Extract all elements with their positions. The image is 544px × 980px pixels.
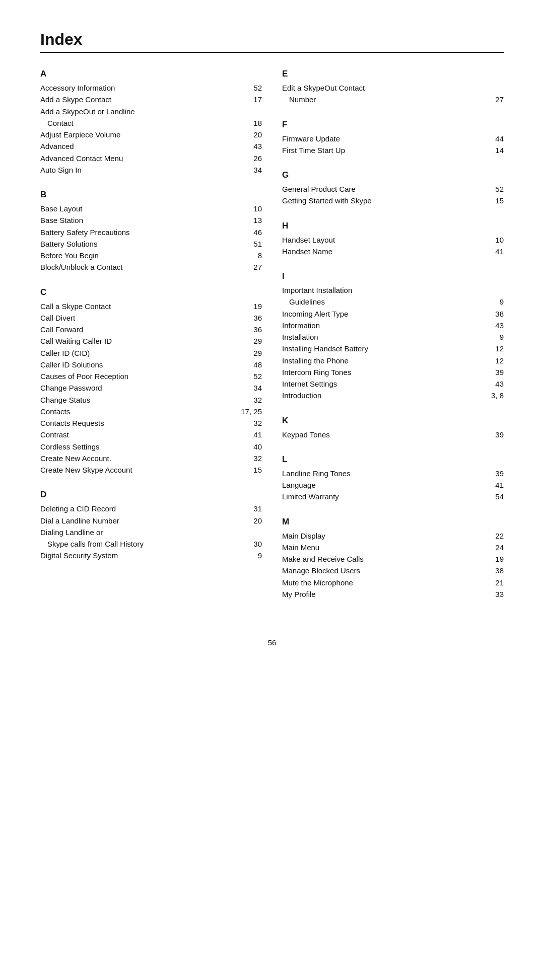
entry-label: Handset Layout xyxy=(282,234,486,246)
entry-page: 39 xyxy=(486,468,504,479)
entry-label: Limited Warranty xyxy=(282,491,486,502)
entry-label: Accessory Information xyxy=(40,82,244,94)
index-entry: Firmware Update44 xyxy=(282,133,504,144)
index-section-e: EEdit a SkypeOut ContactNumber27 xyxy=(282,69,504,106)
entry-page: 54 xyxy=(486,491,504,502)
index-entry: Before You Begin8 xyxy=(40,250,262,261)
entry-page: 43 xyxy=(486,378,504,390)
entry-label: Advanced Contact Menu xyxy=(40,153,244,164)
entry-page: 38 xyxy=(486,565,504,576)
entry-page: 12 xyxy=(486,343,504,354)
index-entry: Handset Name41 xyxy=(282,246,504,257)
section-letter-e: E xyxy=(282,69,504,79)
index-section-d: DDeleting a CID Record31Dial a Landline … xyxy=(40,490,262,561)
entry-page: 40 xyxy=(244,441,262,453)
entry-page: 21 xyxy=(486,577,504,588)
section-letter-h: H xyxy=(282,221,504,231)
index-entry: Introduction3, 8 xyxy=(282,390,504,401)
index-section-h: HHandset Layout10Handset Name41 xyxy=(282,221,504,258)
index-entry: Base Layout10 xyxy=(40,203,262,214)
entry-label: Main Menu xyxy=(282,542,486,553)
entry-label: Advanced xyxy=(40,140,244,152)
index-entry: Call a Skype Contact19 xyxy=(40,300,262,312)
index-entry: Edit a SkypeOut ContactNumber27 xyxy=(282,82,504,106)
index-entry: Advanced Contact Menu26 xyxy=(40,153,262,164)
entry-page: 34 xyxy=(244,382,262,394)
entry-page: 20 xyxy=(244,515,262,526)
index-entry: Dial a Landline Number20 xyxy=(40,515,262,526)
entry-page: 8 xyxy=(244,250,262,261)
index-section-f: FFirmware Update44First Time Start Up14 xyxy=(282,120,504,157)
index-content: AAccessory Information52Add a Skype Cont… xyxy=(40,69,504,614)
entry-label: Base Layout xyxy=(40,203,244,214)
index-entry: Keypad Tones39 xyxy=(282,429,504,440)
entry-page: 52 xyxy=(244,370,262,382)
entry-label: Installing the Phone xyxy=(282,355,486,366)
entry-label: Cordless Settings xyxy=(40,441,244,453)
entry-page: 41 xyxy=(244,429,262,440)
entry-page: 14 xyxy=(486,144,504,156)
index-entry: Main Display22 xyxy=(282,530,504,542)
entry-label: Battery Solutions xyxy=(40,238,244,250)
index-entry: Contacts17, 25 xyxy=(40,406,262,417)
entry-page: 20 xyxy=(244,129,262,140)
entry-page: 24 xyxy=(486,542,504,553)
entry-page: 52 xyxy=(244,82,262,94)
entry-label: My Profile xyxy=(282,588,486,600)
entry-page: 31 xyxy=(244,503,262,514)
entry-label: Language xyxy=(282,479,486,491)
entry-page: 48 xyxy=(244,359,262,370)
entry-label: Battery Safety Precautions xyxy=(40,227,244,238)
entry-page: 41 xyxy=(486,479,504,491)
entry-page: 29 xyxy=(244,347,262,359)
index-entry: Intercom Ring Tones39 xyxy=(282,366,504,378)
entry-label: Base Station xyxy=(40,214,244,226)
index-entry: Important InstallationGuidelines9 xyxy=(282,284,504,308)
index-entry-multiline: Add a SkypeOut or LandlineContact18 xyxy=(40,106,262,129)
entry-page: 41 xyxy=(486,246,504,257)
entry-page: 10 xyxy=(486,234,504,246)
entry-label: Keypad Tones xyxy=(282,429,486,440)
entry-label: Create New Skype Account xyxy=(40,464,244,476)
entry-label: Change Password xyxy=(40,382,244,394)
index-section-c: CCall a Skype Contact19Call Divert36Call… xyxy=(40,287,262,476)
entry-page: 43 xyxy=(486,320,504,331)
entry-page: 32 xyxy=(244,453,262,464)
entry-label: Add a Skype Contact xyxy=(40,94,244,105)
index-entry: Battery Solutions51 xyxy=(40,238,262,250)
entry-label: Digital Security System xyxy=(40,550,244,561)
index-entry: Cordless Settings40 xyxy=(40,441,262,453)
entry-page: 32 xyxy=(244,394,262,406)
index-entry: Internet Settings43 xyxy=(282,378,504,390)
index-entry: Base Station13 xyxy=(40,214,262,226)
index-entry: Accessory Information52 xyxy=(40,82,262,94)
entry-label: Manage Blocked Users xyxy=(282,565,486,576)
index-entry: Language41 xyxy=(282,479,504,491)
index-section-k: KKeypad Tones39 xyxy=(282,416,504,440)
entry-page: 27 xyxy=(244,261,262,273)
index-entry-multiline: Edit a SkypeOut ContactNumber27 xyxy=(282,82,504,106)
entry-page: 13 xyxy=(244,214,262,226)
entry-page: 43 xyxy=(244,140,262,152)
left-column: AAccessory Information52Add a Skype Cont… xyxy=(40,69,282,614)
index-entry: Incoming Alert Type38 xyxy=(282,308,504,320)
entry-page: 39 xyxy=(486,429,504,440)
entry-label: Handset Name xyxy=(282,246,486,257)
entry-label: First Time Start Up xyxy=(282,144,486,156)
index-entry-multiline: Dialing Landline orSkype calls from Call… xyxy=(40,526,262,550)
index-entry: Contrast41 xyxy=(40,429,262,440)
index-entry-multiline: Important InstallationGuidelines9 xyxy=(282,284,504,308)
entry-label: Causes of Poor Reception xyxy=(40,370,244,382)
entry-label: Contacts xyxy=(40,406,241,417)
section-letter-f: F xyxy=(282,120,504,130)
page-title: Index xyxy=(40,30,504,49)
entry-page: 51 xyxy=(244,238,262,250)
index-section-a: AAccessory Information52Add a Skype Cont… xyxy=(40,69,262,176)
entry-page: 19 xyxy=(486,553,504,565)
entry-page: 52 xyxy=(486,183,504,195)
entry-label: General Product Care xyxy=(282,183,486,195)
index-entry: Limited Warranty54 xyxy=(282,491,504,502)
entry-page: 9 xyxy=(244,550,262,561)
entry-label: Dial a Landline Number xyxy=(40,515,244,526)
entry-label: Introduction xyxy=(282,390,486,401)
